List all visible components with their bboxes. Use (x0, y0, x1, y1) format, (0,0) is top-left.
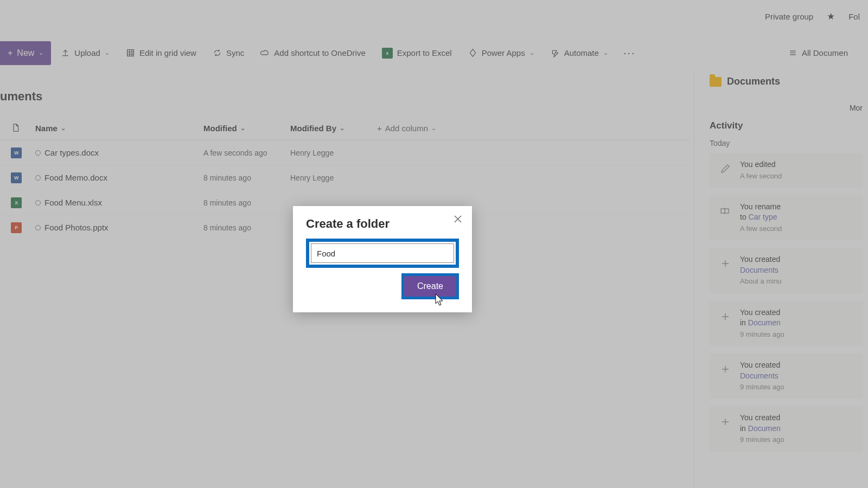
name-field-highlight (306, 239, 459, 268)
folder-name-input[interactable] (311, 243, 454, 263)
create-button[interactable]: Create (404, 276, 456, 297)
cursor-icon (434, 293, 445, 307)
create-button-highlight: Create (401, 273, 459, 299)
create-folder-dialog: Create a folder Create (293, 206, 472, 312)
dialog-title: Create a folder (306, 217, 459, 231)
close-icon[interactable] (452, 214, 463, 224)
